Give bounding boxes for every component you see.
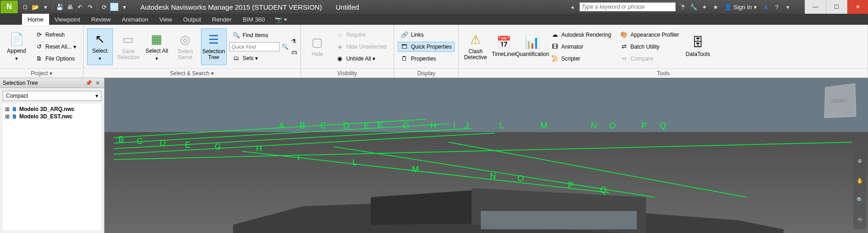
3d-viewport[interactable]: ABCDEFGHIJLMNOPQBCDEGHILMNOPQ FRONT ⊕ ✋ … (105, 78, 868, 233)
hide-unselected-icon: ◈ (336, 43, 344, 50)
expand-icon[interactable]: ⊞ (5, 113, 10, 120)
reset-all-button[interactable]: ↺Reset All... ▾ (32, 42, 79, 52)
filter-icon[interactable]: ⚗ (291, 38, 297, 44)
tab-output[interactable]: Output (178, 14, 206, 25)
find-items-button[interactable]: 🔍Find Items (229, 30, 289, 40)
refresh-icon[interactable]: ⟳ (100, 3, 108, 11)
exchange-apps-icon[interactable]: X (762, 3, 770, 11)
close-panel-icon[interactable]: ✕ (94, 79, 101, 87)
links-button[interactable]: 🔗Links (398, 30, 455, 40)
wrench-icon[interactable]: 🔧 (690, 3, 698, 11)
options-label: File Options (45, 55, 75, 62)
reset-icon: ↺ (35, 43, 43, 50)
navigation-bar[interactable]: ⊕ ✋ 🔍 ⟲ (853, 151, 866, 229)
svg-text:P: P (568, 181, 573, 190)
svg-text:Q: Q (660, 121, 666, 130)
app-logo[interactable]: N (0, 0, 18, 14)
sign-in-button[interactable]: 👤Sign In ▾ (723, 4, 759, 11)
steering-wheel-icon[interactable]: ⊕ (857, 158, 862, 164)
batch-icon: ⇄ (620, 43, 628, 50)
qat-dropdown-icon[interactable]: ▾ (120, 3, 128, 11)
file-options-button[interactable]: 🗎File Options (32, 54, 79, 64)
hide-label: Hide (312, 51, 323, 57)
selection-tree-button[interactable]: ☰Selection Tree (201, 28, 227, 65)
properties-label: Properties (411, 55, 436, 62)
hide-unselected-label: Hide Unselected (346, 44, 387, 50)
tab-home[interactable]: Home (22, 14, 49, 25)
help-icon[interactable]: ? (773, 3, 781, 11)
datatools-button[interactable]: 🗄DataTools (685, 28, 711, 65)
pin-icon[interactable]: 📌 (85, 79, 92, 87)
render-icon: ☁ (551, 31, 558, 38)
autodesk-rendering-button[interactable]: ☁Autodesk Rendering (548, 30, 614, 40)
quick-props-icon: 🗔 (401, 43, 408, 50)
tab-bim360[interactable]: BIM 360 (237, 14, 270, 25)
panel-title-project[interactable]: Project ▾ (0, 68, 83, 78)
properties-button[interactable]: 🗒Properties (398, 54, 455, 64)
redo-icon[interactable]: ↷ (86, 3, 94, 11)
tree-item[interactable]: ⊞ 🗎 Modelo 3D_ARQ.nwc (5, 105, 100, 113)
hide-button[interactable]: ▢Hide (305, 28, 330, 65)
print-icon[interactable]: 🖶 (66, 3, 74, 11)
select-all-button[interactable]: ▦Select All▼ (144, 28, 170, 65)
unhide-all-button[interactable]: ◉Unhide All ▾ (333, 54, 390, 64)
undo-icon[interactable]: ↶ (76, 3, 84, 11)
svg-text:I: I (297, 153, 300, 162)
camera-icon[interactable]: 📷 ▾ (275, 14, 287, 25)
clash-detective-button[interactable]: ⚠Clash Detective (462, 28, 488, 65)
tab-view[interactable]: View (154, 14, 178, 25)
datatools-label: DataTools (686, 51, 710, 57)
file-icon: 🗎 (12, 113, 17, 120)
binoculars-icon[interactable]: 🔭 (679, 3, 687, 11)
keyword-search-input[interactable] (579, 2, 676, 11)
select-button[interactable]: ↖Select▼ (87, 28, 113, 65)
scripter-button[interactable]: 📜Scripter (548, 54, 614, 64)
search-nav-left-icon[interactable]: ◂ (568, 3, 577, 11)
quick-properties-button[interactable]: 🗔Quick Properties (398, 42, 455, 52)
tree-mode-select[interactable]: Compact ▾ (3, 91, 101, 101)
selection-tree-label: Selection Tree (202, 49, 225, 61)
tab-viewpoint[interactable]: Viewpoint (49, 14, 86, 25)
select-same-button[interactable]: ◎Select Same (172, 28, 198, 65)
tab-review[interactable]: Review (86, 14, 117, 25)
open-icon[interactable]: 📂 (31, 3, 39, 11)
maximize-button[interactable]: ☐ (826, 0, 847, 14)
exchange-icon[interactable]: ✦ (701, 3, 709, 11)
animator-button[interactable]: 🎞Animator (548, 42, 614, 52)
require-button[interactable]: ◇Require (333, 30, 390, 40)
pan-icon[interactable]: ✋ (857, 178, 863, 184)
orbit-icon[interactable]: ⟲ (857, 216, 862, 223)
panel-title-select[interactable]: Select & Search ▾ (83, 68, 300, 78)
hide-unselected-button[interactable]: ◈Hide Unselected (333, 42, 390, 52)
sets-button[interactable]: 🗂Sets ▾ (229, 53, 289, 63)
close-button[interactable]: ✕ (847, 0, 868, 14)
quantification-button[interactable]: 📊Quantification (519, 28, 545, 65)
tree-item[interactable]: ⊞ 🗎 Modelo 3D_EST.nwc (5, 113, 100, 120)
save-selection-button[interactable]: ▭Save Selection (116, 28, 141, 65)
minimize-button[interactable]: — (805, 0, 826, 14)
tab-animation[interactable]: Animation (116, 14, 154, 25)
favorite-icon[interactable]: ★ (712, 3, 720, 11)
quick-find-input[interactable] (229, 42, 280, 51)
zoom-icon[interactable]: 🔍 (857, 197, 863, 203)
expand-icon[interactable]: ⊞ (5, 106, 10, 112)
pointer-icon[interactable]: ↖ (110, 3, 118, 11)
save-icon[interactable]: 💾 (56, 3, 64, 11)
open-dropdown-icon[interactable]: ▾ (41, 3, 50, 11)
timeliner-button[interactable]: 📅TimeLiner (491, 28, 517, 65)
new-icon[interactable]: 🗋 (21, 3, 29, 11)
selection-sets-icon[interactable]: 🗃 (291, 49, 297, 55)
batch-utility-button[interactable]: ⇄Batch Utility (617, 42, 682, 52)
quantification-label: Quantification (516, 51, 549, 57)
appearance-profiler-button[interactable]: 🎨Appearance Profiler (617, 30, 682, 40)
panel-project: 📄 Append ▼ ⟳Refresh ↺Reset All... ▾ 🗎Fil… (0, 25, 83, 78)
refresh-button[interactable]: ⟳Refresh (32, 30, 79, 40)
compare-button[interactable]: ⇔Compare (617, 54, 682, 64)
append-button[interactable]: 📄 Append ▼ (4, 28, 29, 65)
view-cube[interactable]: FRONT (824, 83, 857, 118)
quick-find-go-icon[interactable]: 🔍 (282, 44, 289, 50)
help-dropdown-icon[interactable]: ▾ (784, 3, 792, 11)
svg-text:D: D (343, 121, 349, 130)
panel-title-tools: Tools (459, 68, 868, 78)
tab-render[interactable]: Render (206, 14, 237, 25)
